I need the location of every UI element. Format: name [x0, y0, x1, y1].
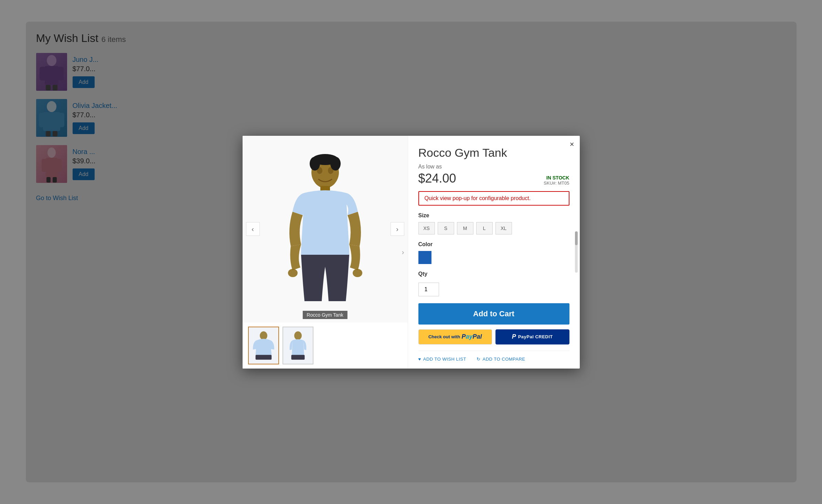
compare-icon: ↻ — [477, 357, 481, 362]
add-to-wishlist-link[interactable]: ♥ ADD TO WISH LIST — [418, 357, 466, 362]
size-options: XS S M L XL — [418, 222, 569, 234]
product-price: $24.00 — [418, 171, 456, 186]
svg-point-27 — [330, 157, 341, 171]
svg-point-21 — [353, 269, 362, 277]
qty-section: Qty — [418, 271, 569, 296]
svg-point-20 — [288, 269, 298, 277]
color-label: Color — [418, 241, 569, 248]
bottom-links: ♥ ADD TO WISH LIST ↻ ADD TO COMPARE — [418, 351, 569, 362]
qty-input[interactable] — [418, 283, 439, 296]
modal-detail-panel: Rocco Gym Tank As low as $24.00 IN STOCK… — [408, 136, 580, 369]
browser-frame: My Wish List 6 items Juno J... $77.0... … — [26, 22, 797, 482]
modal-image-panel: ‹ — [243, 136, 408, 369]
paypal-logo: PayPal — [461, 333, 482, 340]
size-m[interactable]: M — [457, 222, 473, 234]
paypal-checkout-label: Check out with PayPal — [428, 333, 482, 340]
paypal-buttons: Check out with PayPal P PayPal CREDIT — [418, 329, 569, 344]
color-swatch-blue[interactable] — [418, 251, 431, 264]
modal-close-button[interactable]: × — [570, 140, 574, 149]
svg-rect-29 — [255, 355, 271, 360]
size-label: Size — [418, 212, 569, 219]
paypal-credit-button[interactable]: P PayPal CREDIT — [495, 329, 569, 344]
sku-label: SKU#: — [544, 180, 557, 186]
quick-view-notice: Quick view pop-up for configurable produ… — [418, 191, 569, 206]
qty-label: Qty — [418, 271, 569, 277]
image-next-arrow[interactable]: › — [391, 222, 404, 236]
modal-overlay: × ‹ — [26, 22, 797, 482]
stock-status: IN STOCK — [544, 175, 569, 180]
price-block: As low as $24.00 — [418, 164, 456, 186]
thumbnails-next-arrow[interactable]: › — [402, 248, 404, 256]
as-low-as-label: As low as — [418, 164, 456, 170]
pp-logo-icon: P — [512, 333, 516, 340]
image-prev-arrow[interactable]: ‹ — [246, 222, 260, 236]
quick-view-modal: × ‹ — [243, 136, 580, 369]
sku-value: MT05 — [558, 180, 569, 186]
thumbnail-1[interactable] — [248, 327, 279, 364]
svg-point-30 — [294, 331, 302, 340]
main-image-area: ‹ — [243, 136, 408, 322]
heart-icon: ♥ — [418, 357, 421, 362]
image-caption: Rocco Gym Tank — [302, 311, 347, 319]
paypal-credit-label: P PayPal CREDIT — [512, 333, 553, 340]
sku-info: SKU#: MT05 — [544, 180, 569, 186]
svg-point-26 — [310, 157, 320, 171]
size-xl[interactable]: XL — [495, 222, 512, 234]
color-options — [418, 251, 569, 264]
scroll-thumb — [575, 231, 578, 245]
add-to-cart-button[interactable]: Add to Cart — [418, 303, 569, 325]
thumbnail-2[interactable] — [282, 327, 313, 364]
svg-rect-31 — [291, 355, 305, 360]
product-title: Rocco Gym Tank — [418, 146, 569, 160]
product-image — [277, 153, 373, 305]
add-to-compare-link[interactable]: ↻ ADD TO COMPARE — [477, 357, 525, 362]
add-to-compare-label: ADD TO COMPARE — [482, 357, 525, 362]
paypal-checkout-button[interactable]: Check out with PayPal — [418, 329, 492, 344]
stock-block: IN STOCK SKU#: MT05 — [544, 175, 569, 186]
thumbnails-strip: › — [243, 322, 408, 369]
add-to-wishlist-label: ADD TO WISH LIST — [423, 357, 466, 362]
price-row: As low as $24.00 IN STOCK SKU#: MT05 — [418, 164, 569, 186]
size-xs[interactable]: XS — [418, 222, 435, 234]
size-s[interactable]: S — [438, 222, 454, 234]
modal-scrollbar[interactable] — [575, 231, 578, 273]
svg-point-28 — [260, 331, 267, 340]
size-l[interactable]: L — [476, 222, 493, 234]
